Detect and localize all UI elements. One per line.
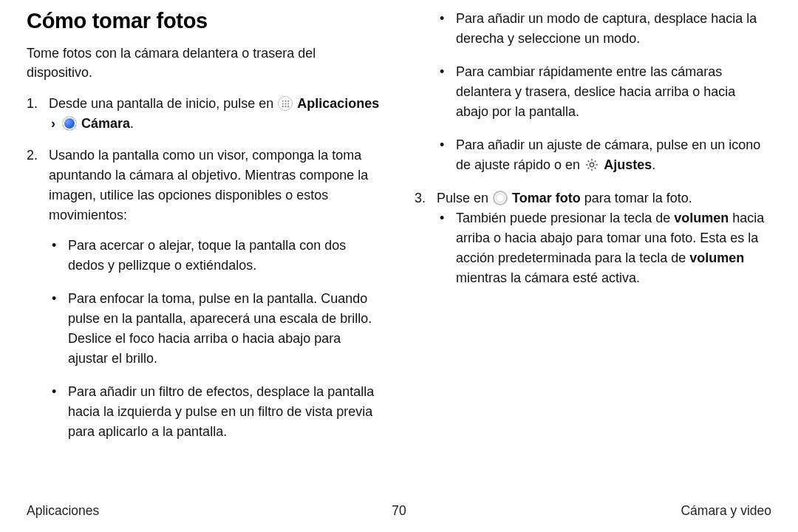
step3-sub-end: mientras la cámara esté activa. bbox=[456, 270, 640, 285]
apps-icon bbox=[278, 96, 293, 111]
step3-post: para tomar la foto. bbox=[581, 191, 692, 205]
footer-left: Aplicaciones bbox=[27, 503, 99, 519]
list-item: Para acercar o alejar, toque la pantalla… bbox=[49, 236, 383, 276]
svg-point-3 bbox=[282, 103, 283, 104]
list-item: Para añadir un ajuste de cámara, pulse e… bbox=[437, 135, 771, 175]
svg-point-6 bbox=[282, 106, 283, 107]
list-item: Para cambiar rápidamente entre las cámar… bbox=[437, 62, 771, 122]
svg-point-9 bbox=[590, 163, 593, 167]
page-number: 70 bbox=[392, 503, 406, 519]
list-item: También puede presionar la tecla de volu… bbox=[437, 208, 771, 288]
step3-sub: También puede presionar la tecla de volu… bbox=[437, 208, 771, 288]
step-3-list: Pulse en Tomar foto para tomar la foto. … bbox=[415, 188, 771, 288]
svg-point-5 bbox=[287, 103, 289, 104]
svg-point-0 bbox=[282, 100, 283, 102]
apps-label: Aplicaciones bbox=[297, 96, 379, 111]
step2-bullets-left: Para acercar o alejar, toque la pantalla… bbox=[49, 236, 383, 442]
settings-bullet-post: . bbox=[652, 157, 655, 172]
step2-text: Usando la pantalla como un visor, compon… bbox=[49, 148, 368, 222]
step-3: Pulse en Tomar foto para tomar la foto. … bbox=[415, 188, 771, 288]
camera-label: Cámara bbox=[81, 116, 130, 131]
svg-point-1 bbox=[284, 100, 286, 102]
svg-point-4 bbox=[284, 103, 286, 104]
step-2: Usando la pantalla como un visor, compon… bbox=[27, 146, 383, 442]
step-1: Desde una pantalla de inicio, pulse en A… bbox=[27, 94, 383, 134]
steps-list: Desde una pantalla de inicio, pulse en A… bbox=[27, 94, 383, 442]
shutter-icon bbox=[493, 191, 508, 205]
step3-pre: Pulse en bbox=[437, 191, 492, 205]
step1-post: . bbox=[130, 116, 134, 131]
chevron-right-icon: › bbox=[51, 116, 55, 131]
volume-label-1: volumen bbox=[674, 211, 729, 225]
svg-point-8 bbox=[287, 106, 289, 107]
list-item: Para enfocar la toma, pulse en la pantal… bbox=[49, 289, 383, 369]
step2-bullets-right: Para añadir un modo de captura, desplace… bbox=[415, 9, 771, 175]
gear-icon bbox=[584, 157, 599, 172]
list-item: Para añadir un filtro de efectos, despla… bbox=[49, 382, 383, 442]
step3-sub-pre: También puede presionar la tecla de bbox=[456, 211, 674, 225]
list-item: Para añadir un modo de captura, desplace… bbox=[437, 9, 771, 49]
step1-pre: Desde una pantalla de inicio, pulse en bbox=[49, 96, 277, 111]
take-photo-label: Tomar foto bbox=[512, 191, 581, 205]
intro-text: Tome fotos con la cámara delantera o tra… bbox=[27, 44, 383, 82]
page-title: Cómo tomar fotos bbox=[27, 9, 383, 33]
svg-point-2 bbox=[287, 100, 289, 102]
footer-right: Cámara y video bbox=[681, 503, 771, 519]
volume-label-2: volumen bbox=[689, 250, 744, 265]
settings-label: Ajustes bbox=[604, 157, 652, 172]
svg-point-7 bbox=[284, 106, 286, 107]
page-footer: Aplicaciones 70 Cámara y video bbox=[27, 503, 771, 519]
camera-icon bbox=[62, 116, 77, 131]
